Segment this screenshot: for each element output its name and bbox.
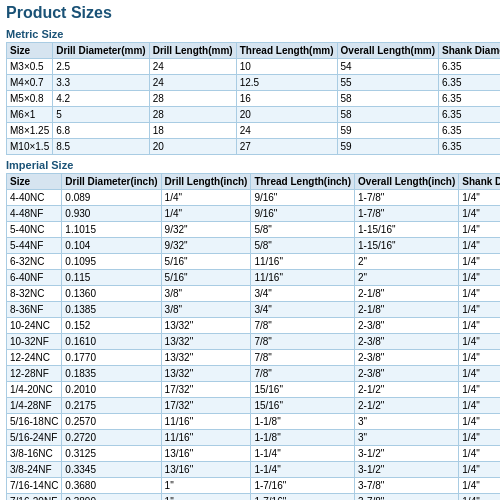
table-row: 10-24NC0.15213/32"7/8"2-3/8"1/4" <box>7 318 501 334</box>
table-cell: 3-7/8" <box>355 478 459 494</box>
table-cell: 1/4" <box>459 430 500 446</box>
table-cell: 15/16" <box>251 382 355 398</box>
table-cell: 0.3345 <box>62 462 161 478</box>
table-cell: 3-7/8" <box>355 494 459 501</box>
table-cell: 0.1610 <box>62 334 161 350</box>
table-cell: 55 <box>337 75 438 91</box>
table-cell: 9/16" <box>251 190 355 206</box>
table-row: 7/16-20NF0.38901"1-7/16"3-7/8"1/4" <box>7 494 501 501</box>
table-cell: 18 <box>149 123 236 139</box>
metric-col-header: Shank Diameter(mm) <box>439 43 500 59</box>
table-row: M3×0.52.52410546.35 <box>7 59 501 75</box>
table-cell: 24 <box>149 75 236 91</box>
table-cell: 7/8" <box>251 334 355 350</box>
table-cell: 1/4" <box>459 446 500 462</box>
table-row: 10-32NF0.161013/32"7/8"2-3/8"1/4" <box>7 334 501 350</box>
table-cell: 1-1/4" <box>251 446 355 462</box>
table-cell: 11/16" <box>251 254 355 270</box>
table-cell: 11/16" <box>161 430 251 446</box>
table-cell: 54 <box>337 59 438 75</box>
table-cell: 2" <box>355 270 459 286</box>
table-cell: 4.2 <box>53 91 149 107</box>
table-cell: 13/16" <box>161 446 251 462</box>
table-cell: 3/8" <box>161 302 251 318</box>
table-cell: 1-1/8" <box>251 430 355 446</box>
table-cell: 10-32NF <box>7 334 62 350</box>
table-cell: 17/32" <box>161 398 251 414</box>
table-cell: 1-7/16" <box>251 494 355 501</box>
table-cell: 0.1770 <box>62 350 161 366</box>
table-cell: 1-15/16" <box>355 238 459 254</box>
app-container: Product Sizes Metric Size SizeDrill Diam… <box>0 0 500 500</box>
table-cell: 8.5 <box>53 139 149 155</box>
table-cell: 1-7/16" <box>251 478 355 494</box>
table-cell: 7/8" <box>251 350 355 366</box>
table-cell: 1/4" <box>459 302 500 318</box>
table-cell: M8×1.25 <box>7 123 53 139</box>
table-cell: 24 <box>149 59 236 75</box>
table-row: 7/16-14NC0.36801"1-7/16"3-7/8"1/4" <box>7 478 501 494</box>
table-cell: 0.115 <box>62 270 161 286</box>
table-cell: 13/32" <box>161 318 251 334</box>
table-cell: 10-24NC <box>7 318 62 334</box>
table-row: 5-44NF0.1049/32"5/8"1-15/16"1/4" <box>7 238 501 254</box>
table-cell: 0.3125 <box>62 446 161 462</box>
table-cell: 1/4" <box>459 270 500 286</box>
table-cell: M6×1 <box>7 107 53 123</box>
table-cell: 16 <box>236 91 337 107</box>
table-cell: 1" <box>161 478 251 494</box>
table-cell: 17/32" <box>161 382 251 398</box>
table-cell: 6.35 <box>439 123 500 139</box>
imperial-section-header: Imperial Size <box>6 159 494 171</box>
table-cell: 1/4" <box>459 222 500 238</box>
table-cell: 2-1/2" <box>355 398 459 414</box>
table-cell: 2-1/8" <box>355 286 459 302</box>
table-row: 4-40NC0.0891/4"9/16"1-7/8"1/4" <box>7 190 501 206</box>
metric-col-header: Size <box>7 43 53 59</box>
table-cell: 1/4" <box>459 334 500 350</box>
table-cell: 1-7/8" <box>355 190 459 206</box>
table-cell: 1/4" <box>459 286 500 302</box>
table-row: 8-32NC0.13603/8"3/4"2-1/8"1/4" <box>7 286 501 302</box>
table-cell: 8-32NC <box>7 286 62 302</box>
table-cell: 3-1/2" <box>355 446 459 462</box>
table-cell: 1-15/16" <box>355 222 459 238</box>
table-cell: 0.930 <box>62 206 161 222</box>
table-cell: 12-28NF <box>7 366 62 382</box>
table-row: 5/16-24NF0.272011/16"1-1/8"3"1/4" <box>7 430 501 446</box>
page-title: Product Sizes <box>6 4 494 22</box>
table-cell: 2-3/8" <box>355 334 459 350</box>
table-cell: 6.35 <box>439 75 500 91</box>
table-cell: 0.104 <box>62 238 161 254</box>
table-cell: 3-1/2" <box>355 462 459 478</box>
table-cell: 13/32" <box>161 366 251 382</box>
table-cell: 2-3/8" <box>355 318 459 334</box>
table-cell: 0.1095 <box>62 254 161 270</box>
table-cell: 28 <box>149 107 236 123</box>
imperial-col-header: Shank Diameter(inch) <box>459 174 500 190</box>
table-cell: 5-44NF <box>7 238 62 254</box>
table-cell: 3/8" <box>161 286 251 302</box>
table-cell: 1/4" <box>459 238 500 254</box>
table-cell: 1/4" <box>459 254 500 270</box>
table-cell: 0.2175 <box>62 398 161 414</box>
table-cell: 7/8" <box>251 318 355 334</box>
table-cell: 9/32" <box>161 238 251 254</box>
table-row: M6×152820586.35 <box>7 107 501 123</box>
table-cell: 3/8-24NF <box>7 462 62 478</box>
table-cell: 1" <box>161 494 251 501</box>
table-cell: 1/4" <box>459 494 500 501</box>
table-cell: 1/4" <box>459 382 500 398</box>
table-cell: 0.3680 <box>62 478 161 494</box>
table-cell: 59 <box>337 123 438 139</box>
table-row: 1/4-20NC0.201017/32"15/16"2-1/2"1/4" <box>7 382 501 398</box>
imperial-col-header: Drill Length(inch) <box>161 174 251 190</box>
table-cell: 1/4" <box>459 398 500 414</box>
metric-col-header: Drill Length(mm) <box>149 43 236 59</box>
table-cell: 15/16" <box>251 398 355 414</box>
table-row: M4×0.73.32412.5556.35 <box>7 75 501 91</box>
table-cell: 27 <box>236 139 337 155</box>
table-cell: 5/16" <box>161 270 251 286</box>
table-cell: 58 <box>337 107 438 123</box>
table-cell: 6.35 <box>439 139 500 155</box>
